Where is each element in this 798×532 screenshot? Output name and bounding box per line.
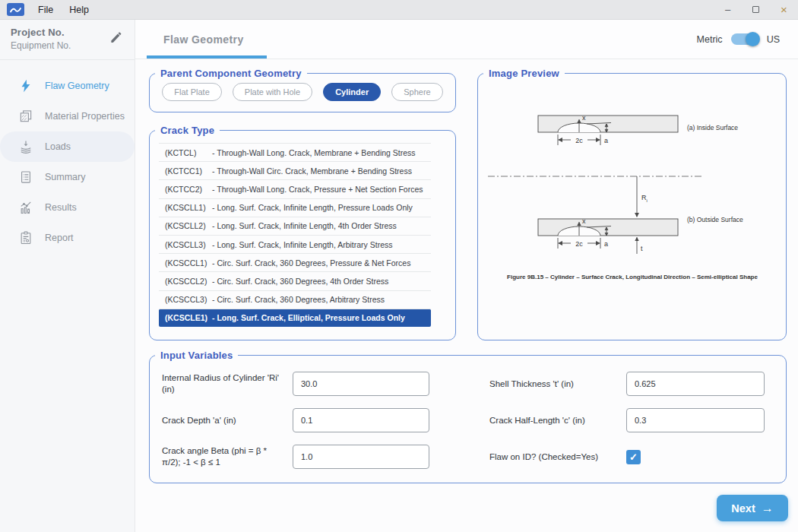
crack-description: - Long. Surf. Crack, Infinite Length, Ar…	[212, 240, 393, 249]
app-logo-icon	[7, 3, 24, 16]
sidebar-item-report[interactable]: Report	[0, 223, 135, 253]
crack-type-kctcl[interactable]: (KCTCL)- Through-Wall Long. Crack, Membr…	[159, 143, 431, 161]
sidebar-item-label: Material Properties	[45, 111, 125, 122]
geometry-option-cylinder[interactable]: Cylinder	[323, 83, 381, 101]
input-variables-group: Input Variables Internal Radius of Cylin…	[149, 350, 787, 483]
app-window: FileHelp – × Project No. Equipment No. F…	[0, 0, 798, 532]
titlebar: FileHelp – ×	[0, 0, 798, 20]
input-crack-half-length[interactable]	[626, 408, 765, 432]
loads-icon	[18, 139, 33, 154]
crack-type-legend: Crack Type	[155, 125, 220, 136]
geometry-option-sphere[interactable]: Sphere	[391, 83, 442, 101]
sidebar-item-material-properties[interactable]: Material Properties	[0, 101, 135, 131]
active-tab-underline	[147, 55, 267, 59]
crack-code: (KCSCLE1)	[165, 313, 212, 322]
next-button-label: Next	[731, 502, 755, 515]
content-area: Parent Component Geometry Flat PlatePlat…	[135, 59, 798, 532]
project-number-label: Project No.	[11, 27, 71, 38]
crack-type-kcscll3[interactable]: (KCSCLL3)- Long. Surf. Crack, Infinite L…	[159, 235, 431, 253]
menu-file[interactable]: File	[38, 5, 53, 15]
crack-type-kcsccl1[interactable]: (KCSCCL1)- Circ. Surf. Crack, 360 Degree…	[159, 253, 431, 271]
crack-type-kctcc2[interactable]: (KCTCC2)- Through-Wall Long. Crack, Pres…	[159, 179, 431, 198]
inside-surface-label: (a) Inside Surface	[687, 124, 738, 131]
crack-code: (KCTCC1)	[165, 166, 212, 176]
sidebar-item-results[interactable]: Results	[0, 192, 135, 223]
crack-description: - Long. Surf. Crack, Infinite Length, Pr…	[212, 203, 413, 212]
x-axis-label-bottom: x	[582, 217, 586, 225]
crack-type-kcscll1[interactable]: (KCSCLL1)- Long. Surf. Crack, Infinite L…	[159, 198, 431, 217]
half-length-label-bottom: 2c	[575, 240, 583, 248]
checkbox-flaw-on-id[interactable]: ✓	[626, 450, 641, 464]
parent-geometry-group: Parent Component Geometry Flat PlatePlat…	[149, 68, 456, 112]
x-axis-label-top: x	[582, 114, 586, 122]
label-crack-depth: Crack Depth 'a' (in)	[162, 415, 293, 426]
close-button[interactable]: ×	[770, 0, 798, 19]
sidebar-item-label: Results	[45, 202, 77, 213]
label-crack-angle-beta: Crack angle Beta (phi = β * π/2); -1 < β…	[162, 445, 293, 468]
figure-container: x 2c a (a) Inside Surface Ri	[478, 79, 786, 296]
geometry-option-plate-with-hole[interactable]: Plate with Hole	[233, 83, 312, 101]
crack-description: - Long. Surf. Crack, Elliptical, Pressur…	[212, 313, 405, 322]
edit-pencil-icon[interactable]	[109, 31, 122, 47]
tab-flaw-geometry[interactable]: Flaw Geometry	[135, 20, 259, 59]
crack-type-list: (KCTCL)- Through-Wall Long. Crack, Membr…	[159, 143, 431, 327]
us-label: US	[767, 34, 780, 45]
metric-label: Metric	[697, 34, 723, 45]
crack-type-kcscle1[interactable]: (KCSCLE1)- Long. Surf. Crack, Elliptical…	[159, 309, 431, 327]
equipment-number-label: Equipment No.	[11, 40, 71, 51]
input-internal-radius[interactable]	[293, 372, 429, 396]
window-controls: – ×	[714, 0, 798, 19]
figure-caption: Figure 9B.15 – Cylinder – Surface Crack,…	[507, 274, 758, 280]
maximize-button[interactable]	[742, 0, 770, 19]
input-row: Crack angle Beta (phi = β * π/2); -1 < β…	[162, 444, 774, 470]
label-shell-thickness: Shell Thickness 't' (in)	[489, 378, 626, 390]
sidebar-item-flaw-geometry[interactable]: Flaw Geometry	[0, 71, 135, 101]
input-crack-angle-beta[interactable]	[293, 445, 429, 469]
crack-code: (KCSCCL2)	[165, 277, 212, 286]
crack-type-kctcc1[interactable]: (KCTCC1)- Through-Wall Circ. Crack, Memb…	[159, 161, 431, 179]
crack-type-kcsccl3[interactable]: (KCSCCL3)- Circ. Surf. Crack, 360 Degree…	[159, 290, 431, 309]
unit-switcher: Metric US	[697, 33, 780, 45]
bolt-icon	[18, 78, 33, 93]
input-shell-thickness[interactable]	[626, 372, 765, 396]
spacer	[429, 407, 489, 433]
menu-help[interactable]: Help	[69, 5, 89, 15]
half-length-label-top: 2c	[575, 137, 583, 144]
crack-type-kcscll2[interactable]: (KCSCLL2)- Long. Surf. Crack, Infinite L…	[159, 217, 431, 235]
menubar: FileHelp	[38, 5, 89, 15]
checkbox-cell: ✓	[626, 450, 765, 464]
summary-icon	[18, 169, 33, 185]
input-crack-depth[interactable]	[293, 408, 429, 432]
sidebar-item-summary[interactable]: Summary	[0, 162, 135, 192]
minimize-button[interactable]: –	[714, 0, 742, 19]
spacer	[429, 371, 489, 397]
crack-description: - Circ. Surf. Crack, 360 Degrees, 4th Or…	[212, 277, 388, 286]
page-title: Flaw Geometry	[163, 33, 244, 46]
input-variables-legend: Input Variables	[155, 350, 238, 361]
depth-label-bottom: a	[604, 240, 608, 248]
image-preview-group: Image Preview	[477, 68, 787, 340]
results-icon	[18, 200, 33, 215]
report-icon	[18, 230, 33, 245]
outside-surface-label: (b) Outside Surface	[687, 216, 743, 223]
toggle-knob	[746, 32, 760, 46]
crack-description: - Through-Wall Long. Crack, Pressure + N…	[212, 185, 423, 194]
sidebar-item-loads[interactable]: Loads	[0, 131, 135, 162]
unit-toggle[interactable]	[731, 33, 758, 45]
check-icon: ✓	[629, 451, 638, 463]
input-row: Internal Radius of Cylinder 'Ri' (in)She…	[162, 371, 774, 397]
crack-type-group: Crack Type (KCTCL)- Through-Wall Long. C…	[149, 125, 456, 340]
next-button[interactable]: Next →	[717, 495, 788, 521]
geometry-option-flat-plate[interactable]: Flat Plate	[162, 83, 221, 101]
label-flaw-on-id: Flaw on ID? (Checked=Yes)	[489, 451, 626, 463]
crack-type-kcsccl2[interactable]: (KCSCCL2)- Circ. Surf. Crack, 360 Degree…	[159, 271, 431, 290]
crack-description: - Through-Wall Long. Crack, Membrane + B…	[212, 148, 416, 157]
sidebar-item-label: Flaw Geometry	[45, 81, 109, 91]
crack-code: (KCSCLL1)	[165, 203, 212, 212]
project-block: Project No. Equipment No.	[0, 20, 135, 60]
sidebar-item-label: Loads	[45, 141, 71, 152]
sidebar: Project No. Equipment No. Flaw GeometryM…	[0, 20, 135, 532]
thickness-label: t	[641, 245, 643, 252]
geometry-options: Flat PlatePlate with HoleCylinderSphere	[150, 79, 455, 101]
input-grid: Internal Radius of Cylinder 'Ri' (in)She…	[150, 361, 786, 470]
